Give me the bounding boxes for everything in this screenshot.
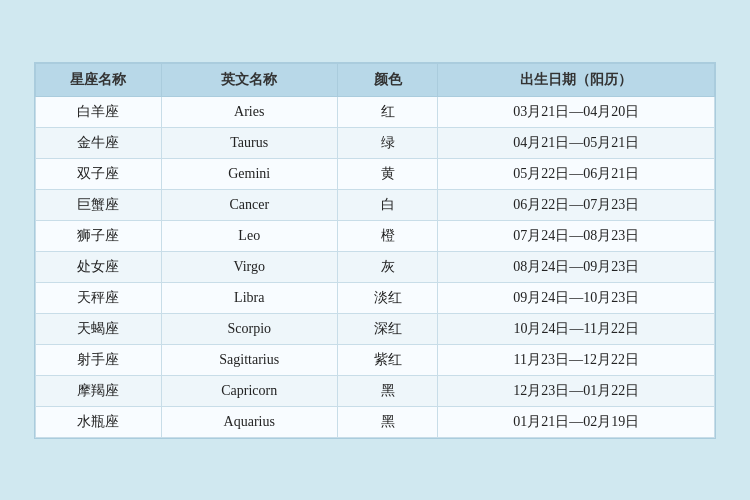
cell-en: Taurus — [161, 127, 337, 158]
cell-en: Gemini — [161, 158, 337, 189]
cell-color: 黑 — [337, 406, 438, 437]
table-header-row: 星座名称 英文名称 颜色 出生日期（阳历） — [36, 63, 715, 96]
cell-en: Libra — [161, 282, 337, 313]
header-date: 出生日期（阳历） — [438, 63, 715, 96]
cell-date: 12月23日—01月22日 — [438, 375, 715, 406]
cell-color: 深红 — [337, 313, 438, 344]
cell-date: 09月24日—10月23日 — [438, 282, 715, 313]
cell-color: 黑 — [337, 375, 438, 406]
cell-zh: 巨蟹座 — [36, 189, 162, 220]
cell-zh: 处女座 — [36, 251, 162, 282]
cell-color: 橙 — [337, 220, 438, 251]
table-row: 射手座Sagittarius紫红11月23日—12月22日 — [36, 344, 715, 375]
cell-color: 黄 — [337, 158, 438, 189]
table-row: 白羊座Aries红03月21日—04月20日 — [36, 96, 715, 127]
cell-color: 绿 — [337, 127, 438, 158]
cell-en: Virgo — [161, 251, 337, 282]
cell-zh: 双子座 — [36, 158, 162, 189]
table-row: 天蝎座Scorpio深红10月24日—11月22日 — [36, 313, 715, 344]
cell-zh: 射手座 — [36, 344, 162, 375]
cell-color: 红 — [337, 96, 438, 127]
cell-en: Aquarius — [161, 406, 337, 437]
header-en: 英文名称 — [161, 63, 337, 96]
cell-date: 06月22日—07月23日 — [438, 189, 715, 220]
cell-zh: 天蝎座 — [36, 313, 162, 344]
cell-zh: 摩羯座 — [36, 375, 162, 406]
cell-color: 灰 — [337, 251, 438, 282]
header-zh: 星座名称 — [36, 63, 162, 96]
cell-en: Aries — [161, 96, 337, 127]
cell-date: 08月24日—09月23日 — [438, 251, 715, 282]
cell-zh: 天秤座 — [36, 282, 162, 313]
zodiac-table-container: 星座名称 英文名称 颜色 出生日期（阳历） 白羊座Aries红03月21日—04… — [34, 62, 716, 439]
table-row: 处女座Virgo灰08月24日—09月23日 — [36, 251, 715, 282]
cell-en: Sagittarius — [161, 344, 337, 375]
table-row: 摩羯座Capricorn黑12月23日—01月22日 — [36, 375, 715, 406]
table-row: 水瓶座Aquarius黑01月21日—02月19日 — [36, 406, 715, 437]
cell-date: 01月21日—02月19日 — [438, 406, 715, 437]
zodiac-table: 星座名称 英文名称 颜色 出生日期（阳历） 白羊座Aries红03月21日—04… — [35, 63, 715, 438]
cell-color: 白 — [337, 189, 438, 220]
header-color: 颜色 — [337, 63, 438, 96]
cell-en: Capricorn — [161, 375, 337, 406]
cell-en: Leo — [161, 220, 337, 251]
table-row: 巨蟹座Cancer白06月22日—07月23日 — [36, 189, 715, 220]
cell-date: 10月24日—11月22日 — [438, 313, 715, 344]
cell-date: 04月21日—05月21日 — [438, 127, 715, 158]
cell-zh: 狮子座 — [36, 220, 162, 251]
cell-date: 11月23日—12月22日 — [438, 344, 715, 375]
cell-date: 03月21日—04月20日 — [438, 96, 715, 127]
cell-en: Cancer — [161, 189, 337, 220]
cell-color: 紫红 — [337, 344, 438, 375]
table-row: 狮子座Leo橙07月24日—08月23日 — [36, 220, 715, 251]
cell-en: Scorpio — [161, 313, 337, 344]
table-row: 双子座Gemini黄05月22日—06月21日 — [36, 158, 715, 189]
cell-zh: 金牛座 — [36, 127, 162, 158]
cell-date: 05月22日—06月21日 — [438, 158, 715, 189]
cell-zh: 水瓶座 — [36, 406, 162, 437]
cell-zh: 白羊座 — [36, 96, 162, 127]
cell-date: 07月24日—08月23日 — [438, 220, 715, 251]
table-row: 金牛座Taurus绿04月21日—05月21日 — [36, 127, 715, 158]
table-row: 天秤座Libra淡红09月24日—10月23日 — [36, 282, 715, 313]
cell-color: 淡红 — [337, 282, 438, 313]
